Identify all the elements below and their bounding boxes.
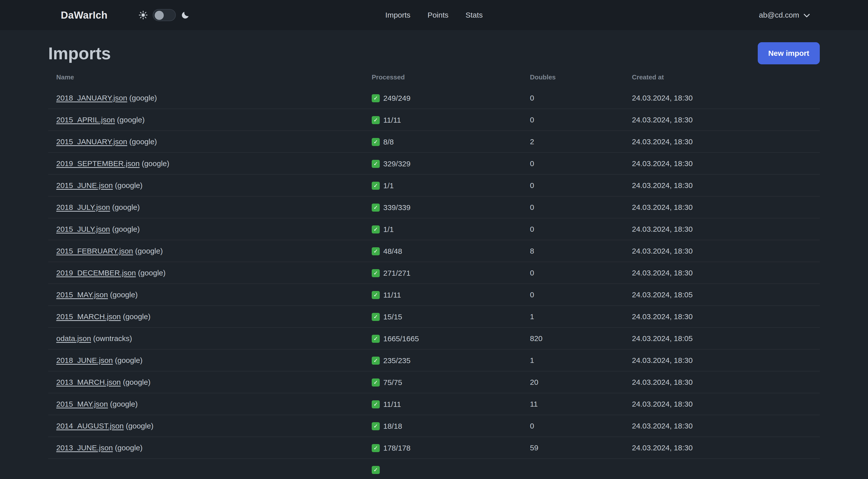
brand-logo[interactable]: DaWarIch — [61, 9, 107, 21]
table-row: odata.json (owntracks) 1665/1665 820 24.… — [48, 327, 820, 349]
processed-cell: 75/75 — [364, 371, 522, 393]
import-source-label: (google) — [123, 378, 150, 386]
table-row: 2018_JULY.json (google) 339/339 0 24.03.… — [48, 196, 820, 218]
name-cell: 2014_AUGUST.json (google) — [48, 415, 364, 437]
table-row — [48, 459, 820, 479]
created-at-cell: 24.03.2024, 18:30 — [624, 218, 820, 240]
import-file-link[interactable]: 2015_JUNE.json — [56, 181, 113, 189]
created-at-cell: 24.03.2024, 18:30 — [624, 306, 820, 327]
theme-switcher — [138, 9, 190, 21]
import-file-link[interactable]: 2015_APRIL.json — [56, 116, 115, 124]
name-cell: 2013_MARCH.json (google) — [48, 371, 364, 393]
created-at-cell: 24.03.2024, 18:30 — [624, 415, 820, 437]
import-source-label: (google) — [126, 422, 153, 430]
success-check-icon — [372, 182, 380, 190]
doubles-cell: 59 — [522, 437, 624, 459]
processed-cell: 48/48 — [364, 240, 522, 262]
import-source-label: (google) — [115, 444, 143, 452]
user-menu[interactable]: ab@cd.com — [759, 11, 840, 19]
doubles-cell: 2 — [522, 131, 624, 153]
nav-link-stats[interactable]: Stats — [466, 11, 483, 19]
name-cell: 2015_JUNE.json (google) — [48, 174, 364, 196]
column-header-doubles: Doubles — [522, 68, 624, 87]
table-row: 2019_SEPTEMBER.json (google) 329/329 0 2… — [48, 153, 820, 174]
theme-toggle[interactable] — [153, 9, 176, 21]
processed-cell: 1665/1665 — [364, 327, 522, 349]
success-check-icon — [372, 379, 380, 387]
name-cell: 2015_APRIL.json (google) — [48, 109, 364, 131]
import-file-link[interactable]: 2018_JANUARY.json — [56, 94, 127, 102]
success-check-icon — [372, 400, 380, 409]
import-source-label: (google) — [112, 225, 140, 233]
success-check-icon — [372, 291, 380, 299]
processed-cell: 11/11 — [364, 109, 522, 131]
processed-count: 235/235 — [383, 356, 410, 365]
processed-count: 1/1 — [383, 181, 394, 190]
import-file-link[interactable]: 2015_MAY.json — [56, 291, 108, 299]
table-row: 2019_DECEMBER.json (google) 271/271 0 24… — [48, 262, 820, 284]
name-cell: 2018_JANUARY.json (google) — [48, 87, 364, 109]
processed-count: 8/8 — [383, 138, 394, 146]
imports-page: Imports New import Name Processed Double… — [0, 30, 868, 479]
processed-count: 339/339 — [383, 203, 410, 212]
doubles-cell: 0 — [522, 87, 624, 109]
import-source-label: (google) — [142, 159, 169, 168]
doubles-cell: 0 — [522, 174, 624, 196]
import-source-label: (google) — [117, 116, 145, 124]
created-at-cell: 24.03.2024, 18:05 — [624, 327, 820, 349]
sun-icon — [138, 10, 148, 20]
user-email: ab@cd.com — [759, 11, 799, 19]
nav-link-imports[interactable]: Imports — [385, 11, 410, 19]
processed-cell: 1/1 — [364, 218, 522, 240]
created-at-cell: 24.03.2024, 18:30 — [624, 109, 820, 131]
created-at-cell: 24.03.2024, 18:30 — [624, 196, 820, 218]
doubles-cell: 11 — [522, 393, 624, 415]
name-cell: odata.json (owntracks) — [48, 327, 364, 349]
chevron-down-icon — [804, 11, 810, 19]
table-row: 2015_MARCH.json (google) 15/15 1 24.03.2… — [48, 306, 820, 327]
processed-count: 18/18 — [383, 422, 402, 430]
import-file-link[interactable]: 2019_SEPTEMBER.json — [56, 159, 140, 168]
name-cell: 2019_SEPTEMBER.json (google) — [48, 153, 364, 174]
import-file-link[interactable]: 2014_AUGUST.json — [56, 422, 124, 430]
table-row: 2015_FEBRUARY.json (google) 48/48 8 24.0… — [48, 240, 820, 262]
name-cell: 2015_MARCH.json (google) — [48, 306, 364, 327]
doubles-cell: 0 — [522, 284, 624, 306]
success-check-icon — [372, 444, 380, 452]
success-check-icon — [372, 94, 380, 102]
new-import-button[interactable]: New import — [758, 42, 820, 64]
processed-cell: 11/11 — [364, 393, 522, 415]
doubles-cell: 1 — [522, 349, 624, 371]
nav-link-points[interactable]: Points — [428, 11, 448, 19]
imports-table-body: 2018_JANUARY.json (google) 249/249 0 24.… — [48, 87, 820, 479]
table-row: 2015_JANUARY.json (google) 8/8 2 24.03.2… — [48, 131, 820, 153]
import-file-link[interactable]: 2018_JUNE.json — [56, 356, 113, 364]
import-file-link[interactable]: 2015_FEBRUARY.json — [56, 247, 133, 255]
name-cell: 2019_DECEMBER.json (google) — [48, 262, 364, 284]
import-file-link[interactable]: 2015_JULY.json — [56, 225, 110, 233]
name-cell: 2015_JANUARY.json (google) — [48, 131, 364, 153]
table-row: 2013_JUNE.json (google) 178/178 59 24.03… — [48, 437, 820, 459]
import-source-label: (google) — [115, 181, 143, 189]
import-source-label: (google) — [110, 400, 137, 408]
created-at-cell: 24.03.2024, 18:30 — [624, 393, 820, 415]
import-file-link[interactable]: 2015_MAY.json — [56, 400, 108, 408]
import-file-link[interactable]: 2019_DECEMBER.json — [56, 269, 136, 277]
import-file-link[interactable]: 2018_JULY.json — [56, 203, 110, 211]
processed-count: 329/329 — [383, 159, 410, 168]
import-file-link[interactable]: 2013_JUNE.json — [56, 444, 113, 452]
success-check-icon — [372, 116, 380, 124]
name-cell: 2015_MAY.json (google) — [48, 393, 364, 415]
imports-table-head: Name Processed Doubles Created at — [48, 68, 820, 87]
created-at-cell: 24.03.2024, 18:05 — [624, 284, 820, 306]
success-check-icon — [372, 313, 380, 321]
import-file-link[interactable]: 2013_MARCH.json — [56, 378, 121, 386]
success-check-icon — [372, 335, 380, 343]
import-file-link[interactable]: 2015_MARCH.json — [56, 312, 121, 321]
column-header-name: Name — [48, 68, 364, 87]
created-at-cell: 24.03.2024, 18:30 — [624, 262, 820, 284]
processed-count: 11/11 — [383, 291, 401, 299]
table-row: 2015_APRIL.json (google) 11/11 0 24.03.2… — [48, 109, 820, 131]
import-file-link[interactable]: 2015_JANUARY.json — [56, 138, 127, 146]
import-file-link[interactable]: odata.json — [56, 334, 91, 342]
